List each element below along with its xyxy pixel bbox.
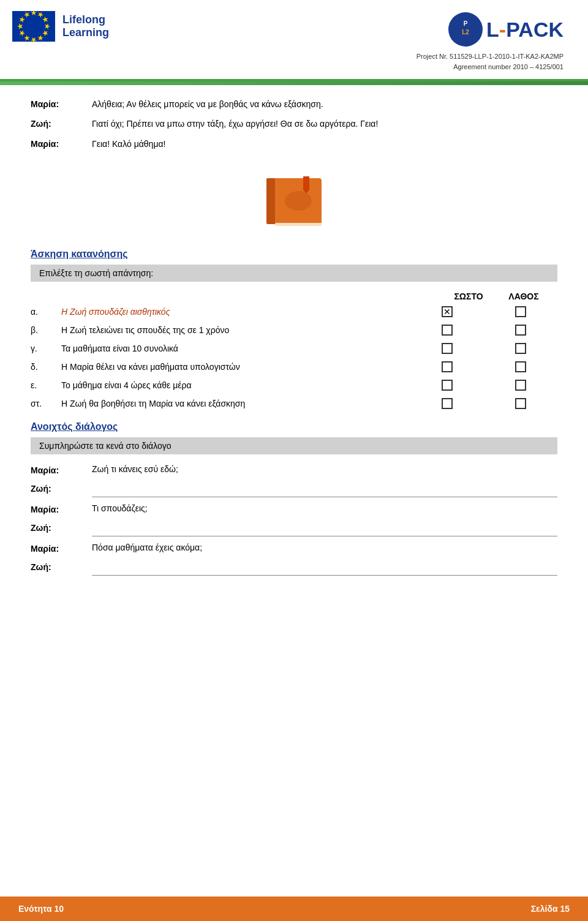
- comp-text-g: Τα μαθήματα είναι 10 συνολικά: [61, 344, 423, 353]
- open-row-zoi-2: Ζωή:: [31, 522, 557, 536]
- checkbox-correct-e: [423, 380, 472, 391]
- checkbox-correct-d: [423, 361, 472, 372]
- comp-text-d: Η Μαρία θέλει να κάνει μαθήματα υπολογισ…: [61, 362, 423, 372]
- book-icon: [254, 169, 334, 236]
- svg-point-18: [285, 191, 312, 211]
- open-speech-content-3: Πόσα μαθήματα έχεις ακόμα;: [92, 543, 557, 555]
- comp-text-b: Η Ζωή τελειώνει τις σπουδές της σε 1 χρό…: [61, 325, 423, 335]
- checkbox-wrong-g: [496, 343, 545, 354]
- speech-1: Αλήθεια; Αν θέλεις μπορείς να με βοηθάς …: [92, 97, 557, 111]
- open-dialog-rows: Μαρία: Ζωή τι κάνεις εσύ εδώ; Ζωή: Μαρία…: [31, 464, 557, 576]
- open-row-zoi-1: Ζωή:: [31, 483, 557, 497]
- lifelong-line1: Lifelong: [62, 13, 109, 26]
- comp-checkboxes-b: [423, 325, 557, 336]
- speech-2: Γιατί όχι; Πρέπει να μπω στην τάξη, έχω …: [92, 117, 557, 130]
- svg-rect-20: [303, 176, 309, 190]
- answer-line-zoi-1[interactable]: [92, 483, 557, 497]
- project-info: Project Nr. 511529-LLP-1-2010-1-IT-KA2-K…: [417, 51, 564, 72]
- checkbox-correct-a-box: [442, 306, 453, 317]
- open-speaker-zoi-1: Ζωή:: [31, 483, 92, 494]
- checkbox-wrong-d-box: [515, 361, 526, 372]
- checkbox-correct-e-box: [442, 380, 453, 391]
- comp-row-b: β. Η Ζωή τελειώνει τις σπουδές της σε 1 …: [31, 325, 557, 336]
- comprehension-section: Άσκηση κατανόησης Επιλέξτε τη σωστή απάν…: [31, 249, 557, 409]
- checkbox-wrong-a-box: [515, 306, 526, 317]
- checkbox-wrong-g-box: [515, 343, 526, 354]
- header: Lifelong Learning P L2 L-PACK Project Nr…: [0, 0, 588, 81]
- footer: Ενότητα 10 Σελίδα 15: [0, 897, 588, 921]
- logo-left: Lifelong Learning: [12, 11, 109, 42]
- comp-label-e: ε.: [31, 380, 61, 390]
- open-dialog-instruction: Συμπληρώστε τα κενά στο διάλογο: [31, 437, 557, 454]
- comp-label-st: στ.: [31, 399, 61, 408]
- answer-line-zoi-2[interactable]: [92, 522, 557, 536]
- project-line1: Project Nr. 511529-LLP-1-2010-1-IT-KA2-K…: [417, 51, 564, 62]
- checkbox-correct-b-box: [442, 325, 453, 336]
- open-speech-text-2: Τι σπουδάζεις;: [92, 503, 557, 513]
- comp-checkboxes-d: [423, 361, 557, 372]
- open-speaker-maria-3: Μαρία:: [31, 543, 92, 554]
- dialog-row-1: Μαρία: Αλήθεια; Αν θέλεις μπορείς να με …: [31, 97, 557, 111]
- logo-right: P L2 L-PACK Project Nr. 511529-LLP-1-201…: [417, 11, 564, 72]
- footer-left: Ενότητα 10: [18, 904, 64, 914]
- dialog-section: Μαρία: Αλήθεια; Αν θέλεις μπορείς να με …: [31, 97, 557, 151]
- comp-row-a: α. Η Ζωή σπουδάζει αισθητικός: [31, 306, 557, 317]
- checkbox-wrong-a: [496, 306, 545, 317]
- checkbox-wrong-b-box: [515, 325, 526, 336]
- comp-text-e: Το μάθημα είναι 4 ώρες κάθε μέρα: [61, 380, 423, 390]
- comp-text-st: Η Ζωή θα βοηθήσει τη Μαρία να κάνει εξάσ…: [61, 399, 423, 408]
- comp-label-a: α.: [31, 307, 61, 317]
- checkbox-correct-b: [423, 325, 472, 336]
- main-content: Μαρία: Αλήθεια; Αν θέλεις μπορείς να με …: [0, 85, 588, 588]
- open-speech-text-1: Ζωή τι κάνεις εσύ εδώ;: [92, 464, 557, 474]
- checkbox-wrong-d: [496, 361, 545, 372]
- open-speech-text-3: Πόσα μαθήματα έχεις ακόμα;: [92, 543, 557, 552]
- comp-checkboxes-st: [423, 398, 557, 409]
- comp-label-d: δ.: [31, 362, 61, 372]
- checkbox-wrong-st-box: [515, 398, 526, 409]
- checkbox-correct-st: [423, 398, 472, 409]
- speaker-3: Μαρία:: [31, 137, 92, 151]
- open-row-maria-1: Μαρία: Ζωή τι κάνεις εσύ εδώ;: [31, 464, 557, 476]
- col-header-wrong: ΛΑΘΟΣ: [496, 291, 551, 301]
- checkbox-wrong-e-box: [515, 380, 526, 391]
- comp-label-b: β.: [31, 325, 61, 335]
- open-speaker-maria-1: Μαρία:: [31, 464, 92, 475]
- checkbox-correct-d-box: [442, 361, 453, 372]
- comp-checkboxes-e: [423, 380, 557, 391]
- comprehension-instruction: Επιλέξτε τη σωστή απάντηση:: [31, 265, 557, 282]
- lifelong-text: Lifelong Learning: [62, 13, 109, 39]
- checkbox-correct-g: [423, 343, 472, 354]
- eu-flag-icon: [12, 11, 55, 42]
- open-speech-content-zoi-1: [92, 483, 557, 497]
- open-speaker-maria-2: Μαρία:: [31, 503, 92, 514]
- checkbox-correct-g-box: [442, 343, 453, 354]
- comprehension-heading: Άσκηση κατανόησης: [31, 249, 557, 260]
- footer-right: Σελίδα 15: [531, 904, 570, 914]
- col-header-correct: ΣΩΣΤΟ: [441, 291, 496, 301]
- open-speech-content-1: Ζωή τι κάνεις εσύ εδώ;: [92, 464, 557, 476]
- open-row-maria-2: Μαρία: Τι σπουδάζεις;: [31, 503, 557, 516]
- lifelong-line2: Learning: [62, 26, 109, 39]
- comp-row-d: δ. Η Μαρία θέλει να κάνει μαθήματα υπολο…: [31, 361, 557, 372]
- lpack-name: L-PACK: [486, 18, 564, 42]
- open-speech-content-zoi-2: [92, 522, 557, 536]
- speaker-2: Ζωή:: [31, 117, 92, 130]
- lpack-logo: P L2 L-PACK: [447, 11, 564, 48]
- checkbox-correct-st-box: [442, 398, 453, 409]
- speaker-1: Μαρία:: [31, 97, 92, 111]
- speech-3: Γεια! Καλό μάθημα!: [92, 137, 557, 151]
- open-speaker-zoi-3: Ζωή:: [31, 561, 92, 572]
- svg-rect-19: [275, 223, 322, 226]
- comp-checkboxes-a: [423, 306, 557, 317]
- checkbox-wrong-b: [496, 325, 545, 336]
- comp-text-a: Η Ζωή σπουδάζει αισθητικός: [61, 307, 423, 317]
- checkbox-wrong-st: [496, 398, 545, 409]
- open-row-zoi-3: Ζωή:: [31, 561, 557, 576]
- open-speech-content-2: Τι σπουδάζεις;: [92, 503, 557, 516]
- checkbox-wrong-e: [496, 380, 545, 391]
- book-container: [31, 169, 557, 236]
- comp-label-g: γ.: [31, 344, 61, 353]
- open-row-maria-3: Μαρία: Πόσα μαθήματα έχεις ακόμα;: [31, 543, 557, 555]
- answer-line-zoi-3[interactable]: [92, 561, 557, 576]
